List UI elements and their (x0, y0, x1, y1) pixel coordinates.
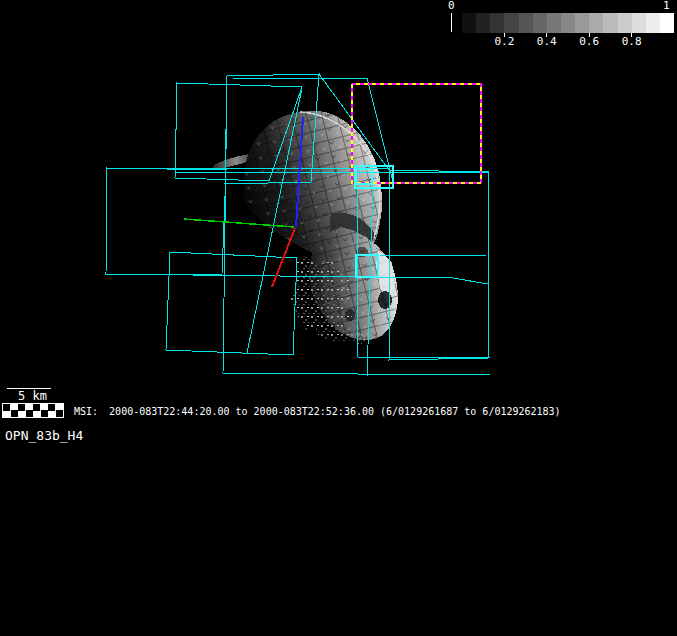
colorbar-step (462, 13, 476, 33)
instrument-label: MSI: (74, 405, 98, 418)
colorbar-gradient-strip (462, 13, 674, 33)
colorbar-step (490, 13, 504, 33)
asteroid-model (212, 111, 398, 345)
scene-svg (0, 0, 677, 636)
footprint-edge-line (358, 357, 490, 358)
footprint-edge-line (223, 373, 490, 375)
colorbar-step (519, 13, 533, 33)
colorbar-step (589, 13, 603, 33)
footprint-edge-line (175, 172, 488, 173)
colorbar-step (575, 13, 589, 33)
footprint-edge-line (380, 255, 488, 256)
asteroid-shadow-patch (378, 291, 392, 309)
colorbar-zero-tick (451, 13, 452, 32)
footprint-outline (389, 170, 488, 360)
colorbar-step (646, 13, 660, 33)
colorbar-tick-label: 0.4 (530, 36, 564, 48)
colorbar-step (561, 13, 575, 33)
colorbar-step (603, 13, 617, 33)
colorbar-step (547, 13, 561, 33)
colorbar-min-label: 0 (448, 0, 455, 12)
colorbar: 0 1 0.20.40.60.8 (440, 0, 677, 52)
colorbar-step (533, 13, 547, 33)
colorbar-step (476, 13, 490, 33)
footprint-edge-line (105, 274, 453, 278)
colorbar-step (504, 13, 518, 33)
colorbar-step (618, 13, 632, 33)
viewer-canvas[interactable]: 0 1 0.20.40.60.8 5 km MSI: 2000-083T22:4… (0, 0, 677, 636)
colorbar-tick-label: 0.8 (615, 36, 649, 48)
scalebar: 5 km (0, 386, 70, 420)
colorbar-step (660, 13, 674, 33)
status-line: MSI: 2000-083T22:44:20.00 to 2000-083T22… (74, 405, 561, 418)
colorbar-tick-label: 0.6 (572, 36, 606, 48)
colorbar-tick-label: 0.2 (487, 36, 521, 48)
scalebar-label: 5 km (18, 390, 47, 402)
sequence-name-label: OPN_83b_H4 (5, 429, 83, 443)
footprint-outline (166, 252, 297, 355)
colorbar-step (632, 13, 646, 33)
observation-time-range: 2000-083T22:44:20.00 to 2000-083T22:52:3… (109, 405, 561, 418)
colorbar-max-label: 1 (663, 0, 670, 12)
footprint-edge-line (453, 278, 488, 284)
scalebar-checkerboard (2, 403, 64, 418)
